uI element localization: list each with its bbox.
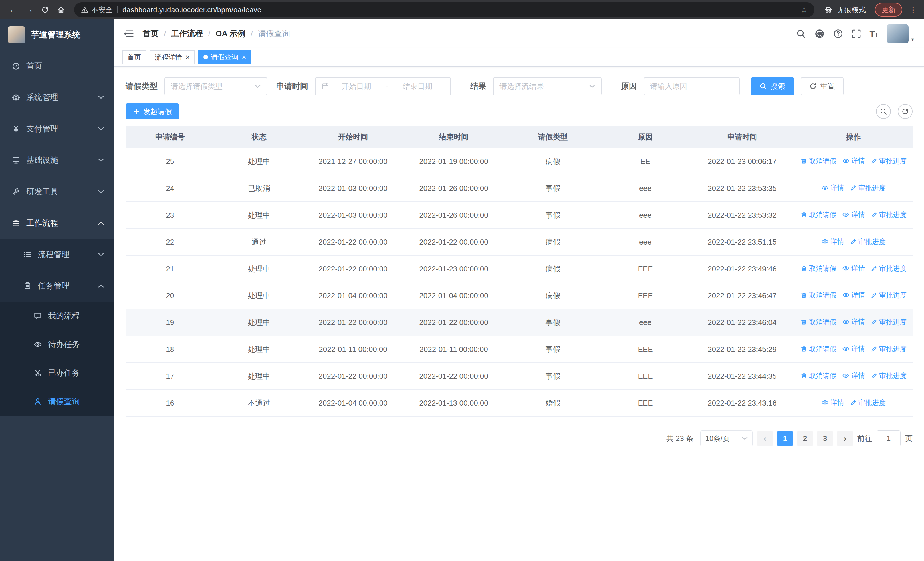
font-size-icon[interactable]: TT <box>870 29 879 38</box>
detail-link[interactable]: 详情 <box>821 398 844 407</box>
search-button[interactable]: 搜索 <box>751 77 794 95</box>
apply-time-range-picker[interactable]: 开始日期 - 结束日期 <box>315 77 451 95</box>
table-row: 20处理中2022-01-04 00:00:002022-01-04 00:00… <box>126 282 913 309</box>
create-leave-button[interactable]: 发起请假 <box>126 104 179 119</box>
sidebar-item-leave-query[interactable]: 请假查询 <box>0 387 114 416</box>
user-avatar[interactable] <box>887 24 909 44</box>
forward-button[interactable]: → <box>22 2 36 17</box>
sidebar-item-label: 工作流程 <box>26 218 58 229</box>
cell-apply-time: 2022-01-22 23:45:29 <box>690 336 795 363</box>
sidebar-item-devtools[interactable]: 研发工具 <box>0 176 114 208</box>
detail-link[interactable]: 详情 <box>842 290 865 300</box>
sidebar-item-done-tasks[interactable]: 已办任务 <box>0 359 114 387</box>
approval-progress-link[interactable]: 审批进度 <box>850 398 886 407</box>
detail-link[interactable]: 详情 <box>842 317 865 326</box>
update-button[interactable]: 更新 <box>875 3 902 17</box>
detail-link[interactable]: 详情 <box>842 210 865 219</box>
cancel-leave-link[interactable]: 取消请假 <box>801 291 836 300</box>
sidebar-item-payment[interactable]: 支付管理 <box>0 113 114 144</box>
detail-link[interactable]: 详情 <box>842 156 865 165</box>
app-logo[interactable]: 芋道管理系统 <box>0 20 114 50</box>
table-row: 18处理中2022-01-11 00:00:002022-01-11 00:00… <box>126 336 913 363</box>
goto-page-input[interactable] <box>877 430 901 447</box>
approval-progress-link[interactable]: 审批进度 <box>871 344 907 353</box>
leave-type-select[interactable]: 请选择请假类型 <box>164 77 267 95</box>
sidebar-item-workflow[interactable]: 工作流程 <box>0 208 114 239</box>
home-button[interactable] <box>54 2 69 17</box>
start-date-placeholder: 开始日期 <box>329 81 384 92</box>
prev-page-button[interactable]: ‹ <box>758 431 773 446</box>
tag-home[interactable]: 首页 <box>122 50 146 64</box>
refresh-table-button[interactable] <box>898 104 913 119</box>
cancel-leave-link[interactable]: 取消请假 <box>801 317 836 327</box>
approval-progress-link[interactable]: 审批进度 <box>850 237 886 246</box>
approval-progress-link[interactable]: 审批进度 <box>871 317 907 327</box>
fullscreen-icon[interactable] <box>852 29 861 39</box>
sidebar-item-process-management[interactable]: 流程管理 <box>0 239 114 270</box>
breadcrumb-item[interactable]: 工作流程 <box>171 28 203 39</box>
toggle-search-button[interactable] <box>876 104 891 119</box>
end-date-placeholder: 结束日期 <box>390 81 445 92</box>
sidebar-item-my-process[interactable]: 我的流程 <box>0 302 114 330</box>
cancel-leave-link[interactable]: 取消请假 <box>801 210 836 220</box>
collapse-sidebar-button[interactable] <box>123 29 134 38</box>
table-row: 17处理中2022-01-22 00:00:002022-01-22 00:00… <box>126 363 913 390</box>
detail-link[interactable]: 详情 <box>821 183 844 192</box>
cell-status: 处理中 <box>214 363 304 390</box>
eye-icon <box>821 184 829 191</box>
tag-label: 请假查询 <box>211 53 238 62</box>
close-icon[interactable]: × <box>186 53 190 61</box>
sidebar-item-task-management[interactable]: 任务管理 <box>0 270 114 302</box>
help-icon[interactable] <box>833 29 843 39</box>
reset-button[interactable]: 重置 <box>801 77 843 95</box>
reason-input[interactable] <box>644 77 740 95</box>
reload-button[interactable] <box>38 2 52 17</box>
cancel-leave-link[interactable]: 取消请假 <box>801 371 836 381</box>
calendar-icon <box>321 82 329 90</box>
breadcrumb: 首页 / 工作流程 / OA 示例 / 请假查询 <box>142 28 290 39</box>
approval-progress-link[interactable]: 审批进度 <box>871 291 907 300</box>
page-size-select[interactable]: 10条/页 <box>700 430 753 447</box>
bookmark-star-icon[interactable]: ☆ <box>801 5 808 15</box>
search-icon[interactable] <box>796 29 806 39</box>
address-bar[interactable]: 不安全 dashboard.yudao.iocoder.cn/bpm/oa/le… <box>74 2 814 17</box>
next-page-button[interactable]: › <box>837 431 853 446</box>
browser-menu-icon[interactable]: ⋮ <box>908 5 918 15</box>
detail-link[interactable]: 详情 <box>842 264 865 273</box>
approval-progress-link[interactable]: 审批进度 <box>850 183 886 193</box>
page-button-2[interactable]: 2 <box>797 431 813 446</box>
close-icon[interactable]: × <box>242 53 246 61</box>
result-select[interactable]: 请选择流结果 <box>493 77 602 95</box>
cell-actions: 详情审批进度 <box>795 229 913 256</box>
security-status[interactable]: 不安全 <box>81 5 113 15</box>
breadcrumb-item[interactable]: OA 示例 <box>216 28 246 39</box>
approval-progress-link[interactable]: 审批进度 <box>871 371 907 381</box>
cancel-leave-link[interactable]: 取消请假 <box>801 156 836 165</box>
tag-process-detail[interactable]: 流程详情 × <box>150 50 195 64</box>
detail-link[interactable]: 详情 <box>842 371 865 380</box>
cell-status: 处理中 <box>214 282 304 309</box>
chevron-right-icon: › <box>843 434 846 443</box>
cell-status: 处理中 <box>214 148 304 175</box>
sidebar-item-system[interactable]: 系统管理 <box>0 82 114 113</box>
approval-progress-link[interactable]: 审批进度 <box>871 264 907 273</box>
pagination: 共 23 条 10条/页 ‹ 1 2 3 › 前往 页 <box>126 430 913 447</box>
page-button-1[interactable]: 1 <box>777 431 793 446</box>
detail-link[interactable]: 详情 <box>821 237 844 246</box>
approval-progress-link[interactable]: 审批进度 <box>871 156 907 165</box>
briefcase-icon <box>11 219 21 227</box>
detail-link[interactable]: 详情 <box>842 344 865 353</box>
page-button-3[interactable]: 3 <box>817 431 832 446</box>
divider <box>117 6 118 14</box>
user-menu[interactable]: ▼ <box>887 24 915 44</box>
sidebar-item-todo-tasks[interactable]: 待办任务 <box>0 330 114 359</box>
breadcrumb-item[interactable]: 首页 <box>142 28 159 39</box>
cancel-leave-link[interactable]: 取消请假 <box>801 344 836 353</box>
back-button[interactable]: ← <box>6 2 21 17</box>
sidebar-item-home[interactable]: 首页 <box>0 50 114 82</box>
sidebar-item-infrastructure[interactable]: 基础设施 <box>0 144 114 176</box>
cancel-leave-link[interactable]: 取消请假 <box>801 264 836 273</box>
github-icon[interactable] <box>814 29 825 39</box>
approval-progress-link[interactable]: 审批进度 <box>871 210 907 220</box>
tag-leave-query[interactable]: 请假查询 × <box>198 50 251 64</box>
